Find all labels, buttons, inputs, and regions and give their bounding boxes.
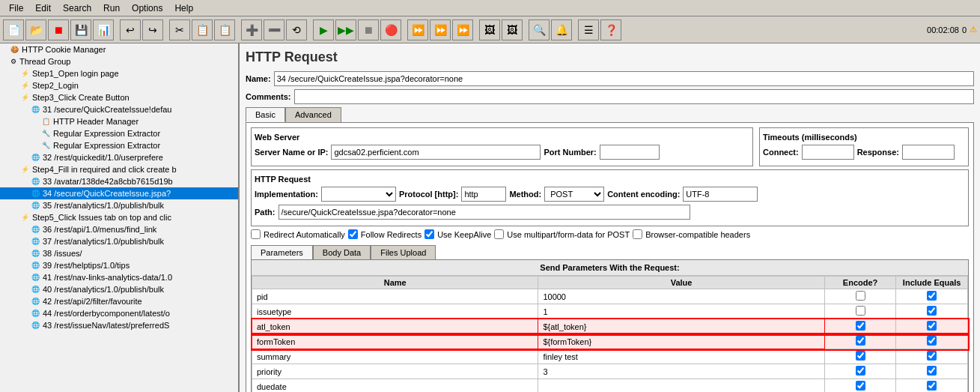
tree-item[interactable]: 🍪HTTP Cookie Manager bbox=[0, 43, 238, 55]
toolbar-notify[interactable]: 🔔 bbox=[551, 19, 572, 40]
connect-input[interactable] bbox=[802, 145, 854, 160]
tree-item[interactable]: ⚡Step2_Login bbox=[0, 79, 238, 91]
toolbar-add[interactable]: ➕ bbox=[241, 19, 262, 40]
param-value: finley test bbox=[538, 349, 824, 364]
tree-item[interactable]: 🔧Regular Expression Extractor bbox=[0, 139, 238, 151]
tree-item[interactable]: 🌐38 /issues/ bbox=[0, 247, 238, 259]
params-tab-parameters[interactable]: Parameters bbox=[251, 245, 313, 259]
param-include bbox=[896, 349, 968, 364]
port-input[interactable] bbox=[600, 145, 660, 160]
tree-item[interactable]: 🌐36 /rest/api/1.0/menus/find_link bbox=[0, 223, 238, 235]
tree-item[interactable]: ⚡Step1_Open login page bbox=[0, 67, 238, 79]
toolbar-record[interactable]: 🔴 bbox=[380, 19, 401, 40]
toolbar-report[interactable]: 📊 bbox=[93, 19, 114, 40]
toolbar-new[interactable]: 📄 bbox=[3, 19, 24, 40]
param-value: ${atl_token} bbox=[538, 319, 824, 334]
redirect-checkbox[interactable] bbox=[251, 229, 261, 239]
toolbar-open[interactable]: 📂 bbox=[25, 19, 46, 40]
tree-item[interactable]: ⚡Step5_Click Issues tab on top and clic bbox=[0, 211, 238, 223]
toolbar-play[interactable]: ▶ bbox=[313, 19, 334, 40]
toolbar-search[interactable]: 🔍 bbox=[529, 19, 550, 40]
tree-item[interactable]: 🌐39 /rest/helptips/1.0/tips bbox=[0, 259, 238, 271]
param-name: duedate bbox=[252, 379, 538, 393]
server-name-label: Server Name or IP: bbox=[255, 148, 328, 157]
tree-item[interactable]: 🌐43 /rest/issueNav/latest/preferredS bbox=[0, 319, 238, 331]
keepalive-label: Use KeepAlive bbox=[437, 230, 491, 239]
menu-help[interactable]: Help bbox=[168, 1, 199, 15]
timeouts-section: Timeouts (milliseconds) Connect: Respons… bbox=[759, 127, 969, 166]
tree-item[interactable]: 🌐33 /avatar/138de42a8cbb7615d19b bbox=[0, 175, 238, 187]
protocol-input[interactable] bbox=[461, 187, 506, 202]
table-row: duedate bbox=[252, 379, 968, 393]
param-encode bbox=[824, 334, 896, 349]
toolbar-redo[interactable]: ↪ bbox=[142, 19, 163, 40]
method-select[interactable]: POST GET bbox=[544, 187, 604, 202]
port-label: Port Number: bbox=[544, 148, 596, 157]
toolbar-save[interactable]: 💾 bbox=[70, 19, 91, 40]
toolbar-paste[interactable]: 📋 bbox=[214, 19, 235, 40]
toolbar-remove[interactable]: ➖ bbox=[264, 19, 284, 40]
param-name: atl_token bbox=[252, 319, 538, 334]
keepalive-checkbox[interactable] bbox=[424, 229, 434, 239]
menu-file[interactable]: File bbox=[3, 1, 29, 15]
comments-input[interactable] bbox=[294, 89, 974, 104]
web-server-section: Web Server Server Name or IP: Port Numbe… bbox=[251, 127, 753, 166]
browser-compat-label: Browser-compatible headers bbox=[645, 230, 750, 239]
tree-item[interactable]: 🌐44 /rest/orderbycomponent/latest/o bbox=[0, 307, 238, 319]
toolbar-clear[interactable]: ⟲ bbox=[286, 19, 307, 40]
tree-item[interactable]: ⚡Step3_Click Create Button bbox=[0, 91, 238, 103]
toolbar-remote2[interactable]: ⏩ bbox=[430, 19, 451, 40]
tree-item[interactable]: 🌐31 /secure/QuickCreateIssue!defau bbox=[0, 103, 238, 115]
tree-item[interactable]: 📋HTTP Header Manager bbox=[0, 115, 238, 127]
toolbar-undo[interactable]: ↩ bbox=[120, 19, 141, 40]
encoding-input[interactable] bbox=[683, 187, 758, 202]
server-name-input[interactable] bbox=[331, 145, 541, 160]
tree-item[interactable]: ⚡Step4_Fill in required and click create… bbox=[0, 163, 238, 175]
toolbar-remote3[interactable]: ⏩ bbox=[452, 19, 473, 40]
follow-checkbox[interactable] bbox=[348, 229, 358, 239]
toolbar-help[interactable]: ❓ bbox=[600, 19, 621, 40]
toolbar-img2[interactable]: 🖼 bbox=[502, 19, 523, 40]
table-row: formToken ${formToken} bbox=[252, 334, 968, 349]
tree-item[interactable]: 🌐42 /rest/api/2/filter/favourite bbox=[0, 295, 238, 307]
tree-item[interactable]: 🌐32 /rest/quickedit/1.0/userprefere bbox=[0, 151, 238, 163]
toolbar-cut[interactable]: ✂ bbox=[169, 19, 190, 40]
params-tab-files[interactable]: Files Upload bbox=[371, 245, 436, 259]
tree-item[interactable]: 🌐35 /rest/analytics/1.0/publish/bulk bbox=[0, 199, 238, 211]
param-value: ${formToken} bbox=[538, 334, 824, 349]
tree-item[interactable]: 🌐41 /rest/nav-links-analytics-data/1.0 bbox=[0, 271, 238, 283]
implementation-select[interactable] bbox=[321, 187, 396, 202]
toolbar-remote1[interactable]: ⏩ bbox=[407, 19, 428, 40]
response-input[interactable] bbox=[902, 145, 955, 160]
menu-options[interactable]: Options bbox=[126, 1, 168, 15]
param-value: 3 bbox=[538, 364, 824, 379]
toolbar-list[interactable]: ☰ bbox=[578, 19, 599, 40]
tree-item[interactable]: 🔧Regular Expression Extractor bbox=[0, 127, 238, 139]
toolbar-copy[interactable]: 📋 bbox=[192, 19, 213, 40]
param-name: pid bbox=[252, 289, 538, 304]
menu-search[interactable]: Search bbox=[57, 1, 97, 15]
toolbar-play-all[interactable]: ▶▶ bbox=[335, 19, 356, 40]
multipart-checkbox[interactable] bbox=[494, 229, 504, 239]
name-input[interactable] bbox=[274, 71, 974, 86]
path-input[interactable] bbox=[279, 205, 690, 220]
table-row: priority 3 bbox=[252, 364, 968, 379]
toolbar-stop-red[interactable]: ⏹ bbox=[48, 19, 69, 40]
method-label: Method: bbox=[509, 190, 541, 199]
param-name: issuetype bbox=[252, 304, 538, 319]
tree-item[interactable]: ⚙Thread Group bbox=[0, 55, 238, 67]
toolbar-stop[interactable]: ⏹ bbox=[358, 19, 379, 40]
tree-item[interactable]: 🌐34 /secure/QuickCreateIssue.jspa? bbox=[0, 187, 238, 199]
param-encode bbox=[824, 364, 896, 379]
menu-run[interactable]: Run bbox=[97, 1, 126, 15]
toolbar-img1[interactable]: 🖼 bbox=[479, 19, 500, 40]
params-tab-body[interactable]: Body Data bbox=[313, 245, 371, 259]
tab-advanced[interactable]: Advanced bbox=[285, 107, 341, 122]
menu-edit[interactable]: Edit bbox=[29, 1, 57, 15]
browser-compat-checkbox[interactable] bbox=[633, 229, 642, 239]
connect-label: Connect: bbox=[763, 148, 799, 157]
follow-label: Follow Redirects bbox=[361, 230, 421, 239]
tree-item[interactable]: 🌐37 /rest/analytics/1.0/publish/bulk bbox=[0, 235, 238, 247]
tab-basic[interactable]: Basic bbox=[246, 107, 285, 122]
tree-item[interactable]: 🌐40 /rest/analytics/1.0/publish/bulk bbox=[0, 283, 238, 295]
